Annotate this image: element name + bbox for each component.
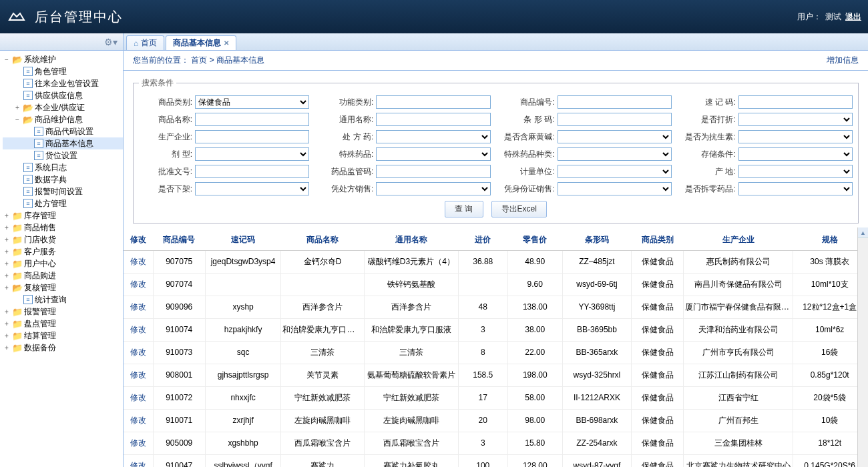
nav-sales[interactable]: +📁商品销售 — [3, 221, 123, 234]
nav-prod_basic[interactable]: 商品基本信息 — [3, 137, 123, 149]
cell-name: 三清茶 — [281, 341, 364, 364]
col-code[interactable]: 商品编号 — [153, 230, 205, 250]
expand-icon[interactable]: + — [3, 282, 11, 293]
expand-icon[interactable]: + — [3, 246, 11, 257]
search-input-approval[interactable] — [195, 165, 309, 178]
col-name[interactable]: 商品名称 — [281, 230, 364, 250]
search-input-cat[interactable]: 保健食品 — [195, 95, 309, 109]
expand-icon[interactable]: + — [3, 306, 11, 317]
search-input-origin[interactable] — [738, 165, 853, 178]
search-input-unit[interactable] — [558, 165, 672, 178]
search-input-mnemonic[interactable] — [738, 95, 853, 109]
search-input-id_sale[interactable] — [558, 182, 672, 195]
col-cost[interactable]: 进价 — [458, 230, 507, 250]
nav-alarm_mgmt[interactable]: +📁报警管理 — [3, 306, 123, 318]
expand-icon[interactable]: + — [3, 258, 11, 269]
search-input-special_type[interactable] — [558, 147, 672, 161]
search-input-delist[interactable] — [195, 182, 309, 195]
nav-stock[interactable]: +📁库存管理 — [3, 209, 123, 221]
expand-icon[interactable]: + — [3, 210, 11, 221]
search-input-barcode[interactable] — [558, 113, 672, 126]
add-info-link[interactable]: 增加信息 — [827, 55, 859, 66]
cell-cat: 保健食品 — [632, 432, 684, 454]
nav-store[interactable]: +📁门店收货 — [3, 234, 123, 246]
nav-dict[interactable]: 数据字典 — [3, 173, 123, 185]
nav-settle[interactable]: +📁结算管理 — [3, 330, 123, 342]
search-input-name[interactable] — [195, 113, 309, 126]
close-icon[interactable]: ✕ — [224, 39, 229, 47]
search-input-dosage[interactable] — [195, 147, 309, 161]
expand-icon[interactable]: + — [3, 222, 11, 233]
nav-alarm[interactable]: 报警时间设置 — [3, 185, 123, 197]
expand-icon[interactable]: + — [3, 342, 11, 353]
search-input-ephedrine[interactable] — [558, 130, 672, 143]
search-input-func[interactable] — [376, 95, 490, 109]
nav-role[interactable]: 角色管理 — [3, 65, 123, 77]
expand-icon[interactable]: + — [3, 330, 11, 341]
expand-icon[interactable]: + — [3, 318, 11, 329]
col-spec[interactable]: 规格 — [793, 230, 867, 250]
scroll-up-icon[interactable]: ▲ — [858, 227, 868, 238]
search-input-storage[interactable] — [738, 147, 853, 161]
search-input-mfr[interactable] — [195, 130, 309, 143]
search-input-rx[interactable] — [376, 130, 490, 143]
search-input-special[interactable] — [376, 147, 490, 161]
nav-purchase[interactable]: +📁商品购进 — [3, 270, 123, 282]
search-input-code[interactable] — [558, 95, 672, 109]
col-cat[interactable]: 商品类别 — [632, 230, 684, 250]
search-input-antibiotic[interactable] — [738, 130, 853, 143]
expand-icon[interactable]: − — [13, 114, 21, 125]
edit-link[interactable]: 修改 — [124, 250, 153, 273]
nav-recheck[interactable]: +📂复核管理 — [3, 282, 123, 294]
edit-link[interactable]: 修改 — [124, 273, 153, 296]
edit-link[interactable]: 修改 — [124, 341, 153, 364]
edit-link[interactable]: 修改 — [124, 386, 153, 409]
edit-link[interactable]: 修改 — [124, 318, 153, 341]
nav-backup[interactable]: +📁数据备份 — [3, 342, 123, 354]
nav-syslog[interactable]: 系统日志 — [3, 161, 123, 173]
nav-cmp[interactable]: +📂本企业/供应证 — [3, 101, 123, 113]
table-row: 修改910074hzpakjhkfy和治牌爱康九亨口服液和治牌爱康九亨口服液33… — [124, 318, 867, 341]
search-row-func: 功能类别: — [320, 95, 490, 109]
col-generic[interactable]: 通用名称 — [364, 230, 458, 250]
cell-mnemonic: xyshp — [205, 296, 281, 318]
edit-link[interactable]: 修改 — [124, 409, 153, 432]
col-mfr[interactable]: 生产企业 — [684, 230, 793, 250]
expand-icon[interactable]: + — [3, 234, 11, 245]
tab-home[interactable]: ⌂ 首页 — [126, 35, 164, 50]
nav-cust[interactable]: +📁客户服务 — [3, 246, 123, 258]
search-input-nonrx_sale[interactable] — [376, 182, 490, 195]
nav-inventory[interactable]: +📁盘点管理 — [3, 318, 123, 330]
col-edit[interactable]: 修改 — [124, 230, 153, 250]
nav-stats[interactable]: 统计查询 — [3, 294, 123, 306]
nav-supply[interactable]: 供应供应信息 — [3, 89, 123, 101]
search-input-split[interactable] — [738, 182, 853, 195]
edit-link[interactable]: 修改 — [124, 296, 153, 318]
search-input-drugcode[interactable] — [376, 165, 490, 178]
nav-rx[interactable]: 处方管理 — [3, 197, 123, 209]
expand-icon[interactable]: + — [3, 270, 11, 281]
breadcrumb-home[interactable]: 首页 — [191, 55, 207, 65]
expand-icon[interactable]: − — [3, 54, 11, 65]
nav-slot[interactable]: 货位设置 — [3, 149, 123, 161]
nav-prod_maint[interactable]: −📂商品维护信息 — [3, 113, 123, 125]
search-input-generic[interactable] — [376, 113, 490, 126]
col-retail[interactable]: 零售价 — [507, 230, 562, 250]
nav-prod_code[interactable]: 商品代码设置 — [3, 125, 123, 137]
col-mnemonic[interactable]: 速记码 — [205, 230, 281, 250]
col-barcode[interactable]: 条形码 — [562, 230, 631, 250]
edit-link[interactable]: 修改 — [124, 432, 153, 454]
edit-link[interactable]: 修改 — [124, 364, 153, 386]
vertical-scrollbar[interactable]: ▲ — [857, 227, 868, 467]
nav-vendor[interactable]: 往来企业包管设置 — [3, 77, 123, 89]
nav-user[interactable]: +📁用户中心 — [3, 258, 123, 270]
edit-link[interactable]: 修改 — [124, 454, 153, 467]
search-input-discount[interactable] — [738, 113, 853, 126]
search-button[interactable]: 查 询 — [445, 201, 483, 217]
nav-sys_maint[interactable]: −📂系统维护 — [3, 53, 123, 65]
expand-icon[interactable]: + — [13, 102, 21, 113]
logout-link[interactable]: 退出 — [845, 11, 861, 23]
gear-icon[interactable]: ⚙▾ — [104, 37, 118, 47]
tab-product-basic[interactable]: 商品基本信息 ✕ — [166, 35, 236, 50]
export-excel-button[interactable]: 导出Excel — [491, 201, 547, 217]
